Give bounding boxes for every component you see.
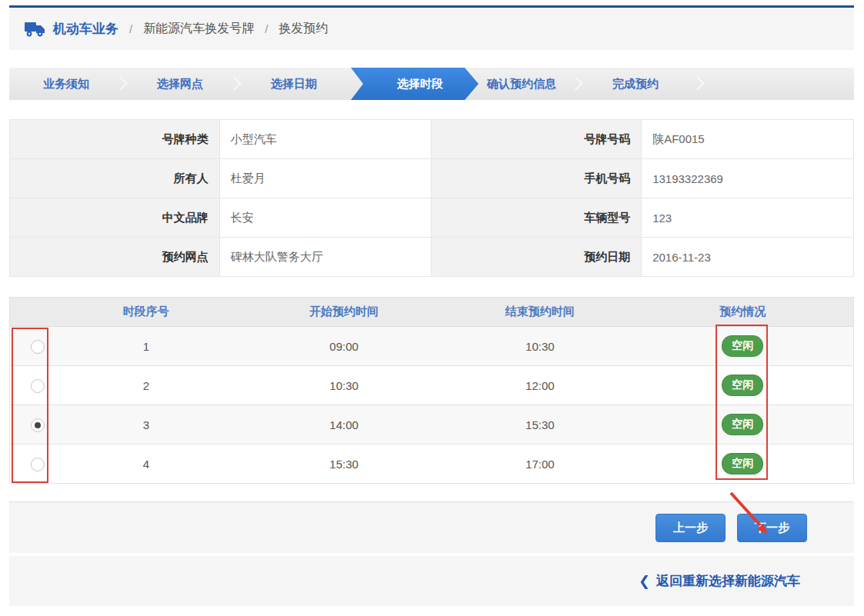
info-label: 车辆型号 [432, 198, 642, 238]
info-label: 预约网点 [10, 238, 220, 277]
chevron-left-icon: ❮ [639, 573, 650, 590]
step-confirm-info[interactable]: 确认预约信息 [465, 68, 579, 100]
next-step-button[interactable]: 下一步 [737, 514, 807, 542]
info-value: 小型汽车 [219, 120, 432, 159]
step-notice[interactable]: 业务须知 [9, 68, 123, 100]
info-label: 所有人 [10, 159, 220, 198]
table-row: 4 15:30 17:00 空闲 [10, 445, 854, 484]
status-badge: 空闲 [722, 375, 763, 396]
step-select-site[interactable]: 选择网点 [123, 68, 237, 100]
info-value: 杜爱月 [219, 159, 432, 198]
table-row: 所有人 杜爱月 手机号码 13193322369 [10, 159, 854, 198]
info-value: 123 [642, 198, 854, 238]
info-label: 号牌种类 [10, 120, 220, 159]
info-value: 长安 [219, 198, 432, 238]
chevron-separator-icon [690, 76, 704, 90]
table-row: 1 09:00 10:30 空闲 [10, 327, 854, 366]
slot-start: 15:30 [240, 445, 448, 484]
table-row: 中文品牌 长安 车辆型号 123 [10, 198, 854, 238]
page: 机动车业务 / 新能源汽车换发号牌 / 换发预约 业务须知 选择网点 选择日期 … [9, 5, 854, 606]
slot-seq: 4 [52, 445, 240, 484]
breadcrumb-item-service[interactable]: 新能源汽车换发号牌 [143, 21, 254, 37]
truck-icon [25, 21, 46, 38]
reservation-info-table: 号牌种类 小型汽车 号牌号码 陕AF0015 所有人 杜爱月 手机号码 1319… [9, 119, 854, 277]
step-select-date[interactable]: 选择日期 [237, 68, 351, 100]
previous-step-button[interactable]: 上一步 [656, 514, 726, 542]
footer-bar: ❮ 返回重新选择新能源汽车 [9, 556, 854, 606]
breadcrumb-root-link[interactable]: 机动车业务 [53, 20, 118, 38]
breadcrumb-separator: / [129, 22, 132, 35]
status-badge: 空闲 [722, 453, 763, 474]
status-badge: 空闲 [722, 335, 763, 357]
info-value: 碑林大队警务大厅 [219, 238, 432, 277]
header-end-time: 结束预约时间 [448, 298, 632, 327]
header-status: 预约情况 [632, 298, 854, 327]
breadcrumb: 机动车业务 / 新能源汽车换发号牌 / 换发预约 [9, 8, 854, 50]
info-label: 预约日期 [432, 238, 642, 277]
slot-start: 09:00 [240, 327, 448, 366]
slot-radio-3-selected[interactable] [31, 418, 45, 432]
time-slot-section: 时段序号 开始预约时间 结束预约时间 预约情况 1 09:00 10:30 空闲… [9, 297, 854, 484]
back-link-label: 返回重新选择新能源汽车 [656, 572, 800, 590]
table-row: 3 14:00 15:30 空闲 [10, 405, 854, 445]
slot-radio-4[interactable] [31, 458, 45, 471]
actions-bar: 上一步 下一步 [9, 501, 854, 553]
slot-end: 10:30 [448, 327, 632, 366]
time-slot-table: 时段序号 开始预约时间 结束预约时间 预约情况 1 09:00 10:30 空闲… [9, 297, 854, 484]
info-value: 2016-11-23 [642, 238, 854, 277]
info-value: 陕AF0015 [642, 120, 854, 159]
slot-end: 17:00 [448, 445, 632, 484]
table-row: 号牌种类 小型汽车 号牌号码 陕AF0015 [10, 120, 854, 159]
slot-end: 15:30 [448, 405, 632, 445]
breadcrumb-separator: / [265, 22, 268, 35]
table-header-row: 时段序号 开始预约时间 结束预约时间 预约情况 [10, 298, 854, 327]
header-slot-seq: 时段序号 [52, 298, 240, 327]
slot-radio-1[interactable] [31, 340, 45, 354]
info-label: 中文品牌 [10, 198, 220, 238]
slot-seq: 3 [52, 405, 240, 445]
step-finish[interactable]: 完成预约 [579, 68, 692, 100]
info-label: 号牌号码 [432, 120, 642, 159]
slot-seq: 1 [52, 327, 240, 366]
slot-seq: 2 [52, 366, 240, 405]
step-wizard-bar: 业务须知 选择网点 选择日期 选择时段 确认预约信息 完成预约 [9, 68, 854, 100]
info-value: 13193322369 [642, 159, 854, 198]
slot-end: 12:00 [448, 366, 632, 405]
table-row: 预约网点 碑林大队警务大厅 预约日期 2016-11-23 [10, 238, 854, 277]
status-badge: 空闲 [722, 414, 763, 435]
slot-radio-2[interactable] [31, 379, 45, 393]
slot-start: 10:30 [240, 366, 448, 405]
table-row: 2 10:30 12:00 空闲 [10, 366, 854, 405]
slot-start: 14:00 [240, 405, 448, 445]
info-label: 手机号码 [432, 159, 642, 198]
header-start-time: 开始预约时间 [240, 298, 448, 327]
header-radio-column [10, 298, 52, 327]
breadcrumb-item-current: 换发预约 [279, 21, 328, 37]
step-select-time-active[interactable]: 选择时段 [351, 68, 479, 100]
back-to-vehicle-select-link[interactable]: ❮ 返回重新选择新能源汽车 [639, 572, 800, 590]
